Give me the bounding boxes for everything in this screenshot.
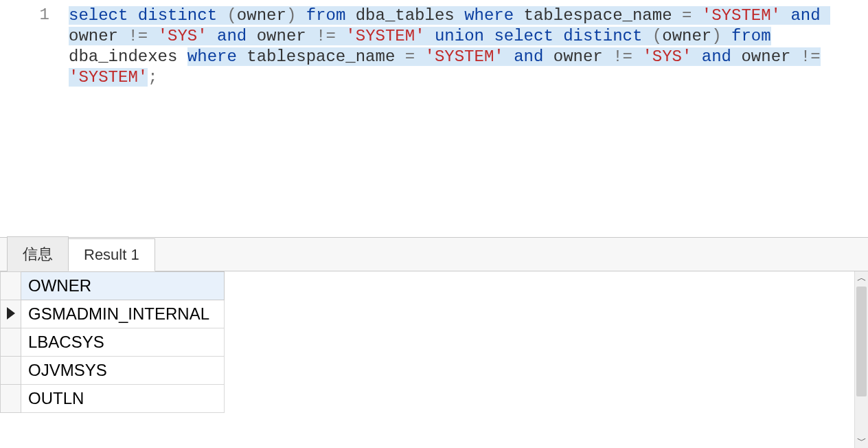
line-number: 1	[0, 5, 49, 24]
results-panel: OWNER GSMADMIN_INTERNALLBACSYSOJVMSYSOUT…	[0, 271, 868, 448]
column-header-owner[interactable]: OWNER	[21, 272, 225, 300]
code-token: owner	[731, 47, 801, 66]
code-token: owner	[247, 27, 316, 45]
code-token: tablespace_name	[237, 47, 405, 66]
code-token: distinct	[138, 6, 217, 25]
code-token: 'SYS'	[158, 27, 207, 45]
row-indicator	[1, 357, 21, 385]
code-token: and	[702, 47, 731, 66]
code-token: =	[405, 47, 415, 66]
code-token	[296, 6, 306, 25]
bottom-tabs: 信息 Result 1	[0, 237, 868, 271]
code-token: owner	[543, 47, 613, 66]
table-row[interactable]: GSMADMIN_INTERNAL	[1, 300, 225, 328]
code-token	[484, 27, 494, 45]
scroll-down-button[interactable]: ﹀	[855, 434, 868, 448]
code-token: and	[514, 47, 543, 66]
row-indicator-header	[1, 272, 21, 300]
tab-result-1[interactable]: Result 1	[68, 238, 155, 271]
code-token: tablespace_name	[514, 6, 682, 25]
row-indicator	[1, 300, 21, 328]
code-token	[128, 6, 137, 25]
code-content[interactable]: select distinct (owner) from dba_tables …	[69, 0, 868, 237]
code-token: select	[494, 27, 553, 45]
code-token: ;	[148, 68, 157, 87]
code-token: owner	[662, 27, 711, 45]
code-token	[722, 27, 731, 45]
results-grid: OWNER GSMADMIN_INTERNALLBACSYSOJVMSYSOUT…	[0, 271, 225, 413]
current-row-icon	[7, 307, 15, 320]
code-token: 'SYSTEM'	[69, 68, 148, 87]
code-token	[692, 47, 701, 66]
code-token: )	[711, 27, 721, 45]
code-token	[207, 27, 217, 45]
code-token: distinct	[563, 27, 642, 45]
code-token: !=	[316, 27, 336, 45]
code-token	[217, 6, 227, 25]
code-token: select	[69, 6, 128, 25]
tab-info[interactable]: 信息	[7, 236, 69, 271]
code-token	[781, 6, 790, 25]
code-token: 'SYSTEM'	[702, 6, 781, 25]
row-indicator	[1, 385, 21, 413]
table-row[interactable]: LBACSYS	[1, 328, 225, 357]
code-token: !=	[613, 47, 632, 66]
row-indicator	[1, 328, 21, 357]
table-row[interactable]: OJVMSYS	[1, 357, 225, 385]
code-token: and	[790, 6, 820, 25]
code-token	[504, 47, 514, 66]
sql-editor[interactable]: 1 select distinct (owner) from dba_table…	[0, 0, 868, 237]
code-token: where	[187, 47, 237, 66]
code-token: 'SYS'	[642, 47, 692, 66]
code-token	[821, 47, 830, 66]
code-token	[336, 27, 345, 45]
cell-owner[interactable]: OJVMSYS	[21, 357, 225, 385]
code-token: 'SYSTEM'	[425, 47, 504, 66]
cell-owner[interactable]: GSMADMIN_INTERNAL	[21, 300, 225, 328]
code-token: !=	[128, 27, 148, 45]
code-token: dba_tables	[345, 6, 464, 25]
table-row[interactable]: OUTLN	[1, 385, 225, 413]
code-token	[632, 47, 642, 66]
code-token	[692, 6, 701, 25]
code-token: from	[731, 27, 771, 45]
code-token: and	[217, 27, 247, 45]
cell-owner[interactable]: LBACSYS	[21, 328, 225, 357]
code-token: where	[464, 6, 514, 25]
scroll-thumb[interactable]	[856, 287, 867, 396]
code-token: )	[286, 6, 296, 25]
scroll-up-button[interactable]: ︿	[855, 271, 868, 285]
results-grid-wrap[interactable]: OWNER GSMADMIN_INTERNALLBACSYSOJVMSYSOUT…	[0, 271, 854, 448]
vertical-scrollbar[interactable]: ︿ ﹀	[854, 271, 868, 448]
code-token	[415, 47, 424, 66]
code-token: from	[306, 6, 346, 25]
code-token: (	[652, 27, 662, 45]
code-token: !=	[801, 47, 821, 66]
line-gutter: 1	[0, 0, 69, 237]
code-token: =	[682, 6, 692, 25]
code-token	[553, 27, 563, 45]
code-token	[642, 27, 652, 45]
code-token: union	[435, 27, 484, 45]
code-token	[425, 27, 435, 45]
code-token: owner	[237, 6, 286, 25]
cell-owner[interactable]: OUTLN	[21, 385, 225, 413]
code-token: (	[227, 6, 236, 25]
code-token	[148, 27, 157, 45]
code-token: 'SYSTEM'	[345, 27, 424, 45]
